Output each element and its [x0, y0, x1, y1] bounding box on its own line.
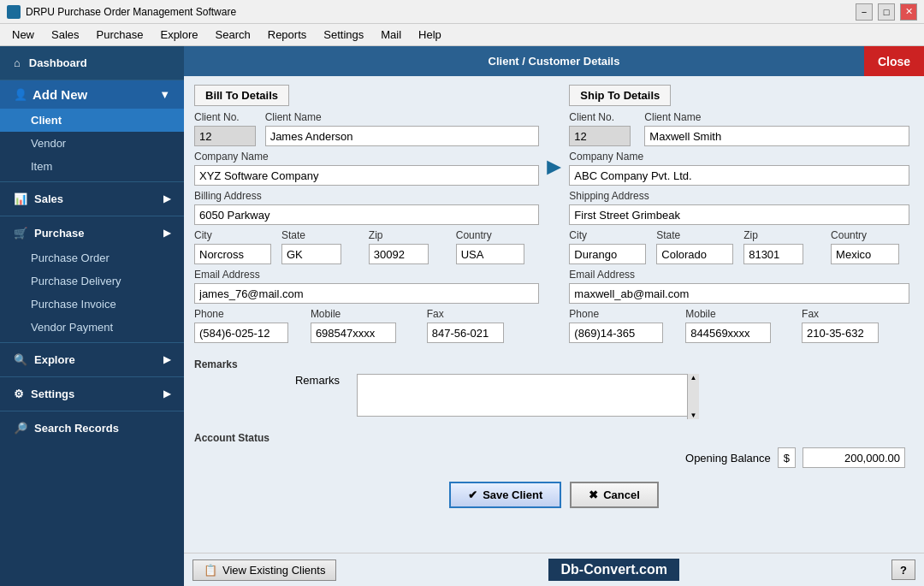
bill-email-input[interactable]	[194, 283, 539, 304]
menu-purchase[interactable]: Purchase	[88, 27, 152, 43]
view-clients-label: View Existing Clients	[222, 564, 325, 577]
ship-address-label: Shipping Address	[569, 190, 914, 202]
ship-phone-input[interactable]	[569, 323, 663, 343]
bill-city-input[interactable]	[194, 244, 271, 264]
maximize-button[interactable]: □	[878, 3, 895, 21]
ship-state-label: State	[656, 229, 739, 241]
sidebar-sales[interactable]: 📊 Sales ▶	[0, 186, 184, 212]
remarks-label-col: Remarks	[194, 374, 348, 387]
app-title: DRPU Purchase Order Management Software	[26, 6, 856, 18]
menu-settings[interactable]: Settings	[315, 27, 372, 43]
ship-country-group: Country	[831, 229, 914, 264]
dashboard-label: Dashboard	[29, 56, 87, 69]
sidebar-item-vendor[interactable]: Vendor	[0, 132, 184, 155]
sidebar-item-purchase-invoice[interactable]: Purchase Invoice	[0, 293, 184, 316]
bill-mobile-input[interactable]	[311, 323, 396, 343]
bill-client-no-input[interactable]	[194, 126, 256, 146]
ship-country-input[interactable]	[831, 244, 899, 264]
dialog: Client / Customer Details Close Bill To …	[184, 46, 924, 586]
bill-country-input[interactable]	[456, 244, 524, 264]
bill-country-group: Country	[456, 229, 539, 264]
save-client-button[interactable]: ✔ Save Client	[449, 482, 561, 508]
ship-email-input[interactable]	[569, 283, 909, 304]
minimize-button[interactable]: −	[856, 3, 873, 21]
view-clients-icon: 📋	[204, 564, 217, 577]
window-close-button[interactable]: ✕	[900, 3, 917, 21]
view-existing-clients-button[interactable]: 📋 View Existing Clients	[192, 559, 336, 581]
sidebar-search-records[interactable]: 🔎 Search Records	[0, 415, 184, 441]
account-status-section: Account Status Opening Balance $	[194, 431, 914, 468]
ship-mobile-input[interactable]	[685, 323, 771, 343]
remarks-label: Remarks	[295, 374, 340, 387]
ship-state-input[interactable]	[656, 244, 733, 264]
ship-city-input[interactable]	[569, 244, 646, 264]
menu-sales[interactable]: Sales	[43, 27, 88, 43]
action-buttons: ✔ Save Client ✖ Cancel	[194, 482, 914, 508]
ship-address-group: Shipping Address	[569, 190, 914, 225]
bill-city-group: City	[194, 229, 277, 264]
ship-to-tab[interactable]: Ship To Details	[569, 85, 671, 106]
opening-balance-input[interactable]	[803, 447, 905, 468]
sidebar-item-client[interactable]: Client	[0, 109, 184, 132]
menu-mail[interactable]: Mail	[372, 27, 410, 43]
sidebar-item-item[interactable]: Item	[0, 155, 184, 178]
search-records-label: Search Records	[34, 422, 119, 435]
ship-phone-group: Phone	[569, 308, 681, 343]
sidebar-purchase[interactable]: 🛒 Purchase ▶	[0, 220, 184, 246]
bill-phone-row: Phone Mobile Fax	[194, 308, 539, 343]
bill-client-name-group: Client Name	[265, 111, 539, 146]
ship-mobile-label: Mobile	[685, 308, 797, 320]
sidebar-dashboard[interactable]: ⌂ Dashboard	[0, 46, 184, 80]
ship-address-input[interactable]	[569, 204, 909, 225]
ship-fax-input[interactable]	[802, 323, 879, 343]
sidebar-item-vendor-payment[interactable]: Vendor Payment	[0, 316, 184, 339]
cancel-icon: ✖	[589, 488, 598, 501]
db-badge: Db-Convert.com	[548, 559, 678, 581]
menu-explore[interactable]: Explore	[151, 27, 206, 43]
ship-zip-group: Zip	[743, 229, 826, 264]
ship-to-section: Ship To Details Client No. Client Name	[569, 85, 914, 347]
cancel-button[interactable]: ✖ Cancel	[570, 482, 659, 508]
add-new-label: Add New	[33, 87, 87, 102]
menubar: New Sales Purchase Explore Search Report…	[0, 24, 924, 46]
sidebar: ⌂ Dashboard 👤 Add New ▼ Client Vendor It…	[0, 46, 184, 586]
help-button[interactable]: ?	[891, 559, 915, 580]
bill-phone-input[interactable]	[194, 323, 288, 343]
sidebar-settings[interactable]: ⚙ Settings ▶	[0, 381, 184, 407]
account-status-label: Account Status	[194, 432, 270, 444]
sidebar-item-purchase-order[interactable]: Purchase Order	[0, 246, 184, 269]
bill-client-name-input[interactable]	[265, 126, 539, 146]
ship-zip-input[interactable]	[743, 244, 803, 264]
bill-phone-label: Phone	[194, 308, 306, 320]
bill-state-input[interactable]	[281, 244, 341, 264]
dialog-title: Client / Customer Details	[489, 55, 620, 68]
sales-label: Sales	[34, 192, 63, 205]
add-new-arrow: ▼	[159, 88, 170, 101]
explore-arrow: ▶	[163, 354, 170, 365]
right-arrow-icon: ►	[542, 153, 566, 181]
sidebar-item-purchase-delivery[interactable]: Purchase Delivery	[0, 269, 184, 293]
bill-zip-input[interactable]	[369, 244, 429, 264]
bill-fax-input[interactable]	[427, 323, 504, 343]
bill-client-row: Client No. Client Name	[194, 111, 539, 146]
ship-client-name-input[interactable]	[644, 126, 909, 146]
dialog-body: Bill To Details Client No. Client Name	[184, 76, 924, 553]
bill-to-tab[interactable]: Bill To Details	[194, 85, 289, 106]
ship-client-no-input[interactable]	[569, 126, 631, 146]
menu-new[interactable]: New	[3, 27, 43, 43]
menu-help[interactable]: Help	[410, 27, 450, 43]
bill-address-input[interactable]	[194, 204, 539, 225]
dialog-close-button[interactable]: Close	[864, 46, 924, 76]
menu-search[interactable]: Search	[207, 27, 259, 43]
opening-balance-row: Opening Balance $	[194, 447, 914, 468]
bill-company-input[interactable]	[194, 165, 539, 186]
bill-address-group: Billing Address	[194, 190, 539, 225]
bill-country-label: Country	[456, 229, 539, 241]
titlebar: DRPU Purchase Order Management Software …	[0, 0, 924, 24]
menu-reports[interactable]: Reports	[259, 27, 316, 43]
sidebar-explore[interactable]: 🔍 Explore ▶	[0, 346, 184, 373]
sidebar-add-new[interactable]: 👤 Add New ▼	[0, 80, 184, 109]
remarks-textarea[interactable]	[357, 374, 699, 417]
ship-client-name-label: Client Name	[644, 111, 914, 123]
ship-company-input[interactable]	[569, 165, 909, 186]
